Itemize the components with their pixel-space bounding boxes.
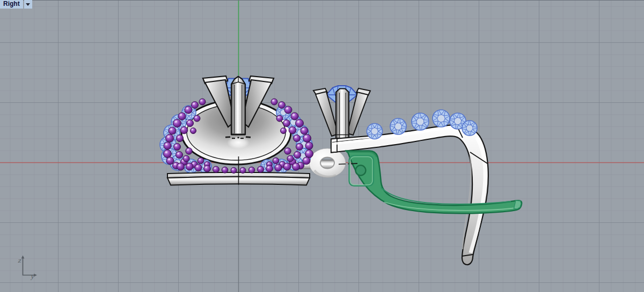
purple-bead[interactable] [183, 155, 189, 162]
diamond-gem[interactable] [412, 113, 429, 130]
purple-bead[interactable] [185, 106, 192, 114]
diamond-gem[interactable] [433, 110, 450, 127]
diamond-gem[interactable] [462, 121, 477, 136]
purple-bead[interactable] [187, 120, 194, 127]
purple-bead[interactable] [194, 115, 200, 122]
purple-bead[interactable] [275, 164, 282, 171]
purple-bead[interactable] [176, 152, 183, 159]
purple-bead[interactable] [276, 115, 283, 122]
purple-bead[interactable] [204, 165, 211, 172]
purple-bead[interactable] [248, 167, 255, 174]
purple-bead[interactable] [289, 126, 296, 134]
lever-hole [356, 166, 366, 176]
purple-bead[interactable] [284, 106, 292, 114]
purple-bead[interactable] [303, 157, 310, 164]
purple-bead[interactable] [166, 157, 174, 164]
purple-bead[interactable] [186, 148, 192, 154]
purple-bead[interactable] [197, 158, 204, 164]
purple-bead[interactable] [305, 150, 313, 158]
purple-bead[interactable] [294, 135, 301, 142]
purple-bead[interactable] [291, 113, 298, 120]
purple-bead[interactable] [174, 144, 181, 151]
purple-bead[interactable] [231, 167, 237, 173]
viewport-canvas[interactable]: z y [0, 0, 644, 292]
purple-bead[interactable] [287, 155, 294, 162]
viewport-title-menu[interactable] [24, 0, 32, 9]
purple-bead[interactable] [305, 142, 313, 149]
purple-bead[interactable] [296, 144, 303, 151]
rhino-viewport[interactable]: z y Right [0, 0, 644, 292]
purple-bead[interactable] [180, 126, 188, 134]
diamond-gem[interactable] [390, 118, 406, 134]
purple-bead[interactable] [281, 128, 287, 134]
purple-bead[interactable] [273, 158, 279, 164]
viewport-background [0, 0, 644, 292]
purple-bead[interactable] [301, 127, 308, 134]
diamond-gem[interactable] [367, 124, 383, 139]
purple-bead[interactable] [258, 166, 264, 173]
purple-bead[interactable] [283, 163, 291, 170]
purple-bead[interactable] [177, 163, 185, 170]
viewport-top-border [0, 0, 644, 1]
band-end-face [331, 138, 337, 152]
purple-bead[interactable] [213, 166, 219, 173]
purple-bead[interactable] [292, 163, 300, 170]
purple-bead[interactable] [191, 128, 196, 134]
purple-bead[interactable] [164, 150, 172, 158]
purple-bead[interactable] [178, 113, 186, 120]
purple-bead[interactable] [283, 120, 290, 127]
purple-bead[interactable] [271, 99, 277, 105]
purple-bead[interactable] [294, 152, 301, 159]
purple-bead[interactable] [279, 102, 286, 109]
purple-bead[interactable] [177, 135, 184, 142]
purple-bead[interactable] [192, 102, 199, 109]
purple-bead[interactable] [240, 167, 246, 173]
purple-bead[interactable] [222, 167, 228, 174]
purple-bead[interactable] [164, 142, 171, 149]
purple-bead[interactable] [166, 134, 174, 143]
viewport-title[interactable]: Right [0, 0, 32, 9]
purple-bead[interactable] [173, 119, 181, 128]
purple-bead[interactable] [169, 127, 176, 134]
purple-bead[interactable] [284, 148, 291, 154]
viewport-title-label[interactable]: Right [0, 0, 23, 9]
purple-bead[interactable] [266, 165, 273, 172]
purple-bead[interactable] [186, 163, 193, 170]
purple-bead[interactable] [303, 134, 311, 143]
purple-bead[interactable] [199, 99, 206, 105]
chevron-down-icon [26, 3, 30, 6]
purple-bead[interactable] [195, 164, 202, 171]
purple-bead[interactable] [296, 119, 304, 128]
